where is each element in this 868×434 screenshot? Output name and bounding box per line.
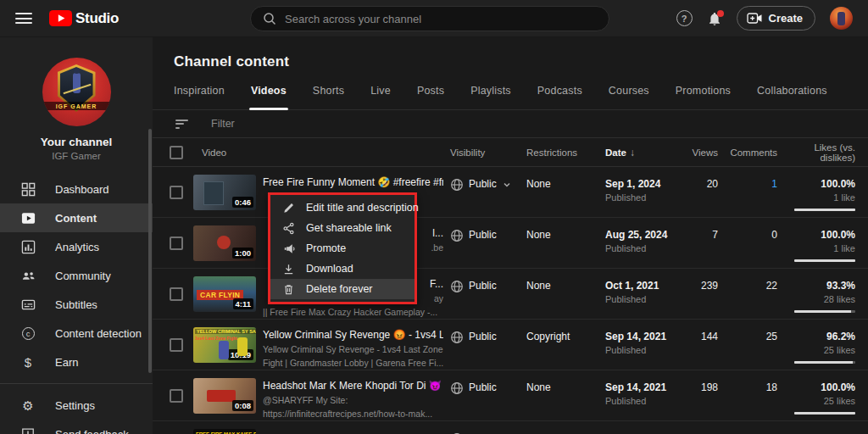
tab-inspiration[interactable]: Inspiration: [174, 85, 225, 109]
sidebar-item-content[interactable]: Content: [0, 203, 153, 232]
channel-avatar[interactable]: IGF GAMER: [42, 58, 111, 126]
tab-videos[interactable]: Videos: [251, 85, 287, 109]
header-comments[interactable]: Comments: [718, 147, 777, 158]
visibility-dropdown[interactable]: Public: [450, 370, 526, 420]
tab-playlists[interactable]: Playlists: [470, 85, 511, 109]
likes-cell: 96.2%25 likes: [777, 320, 855, 370]
video-title[interactable]: Free Fire Funny Moment 🤣 #freefire #fr..…: [263, 176, 443, 189]
comments-cell[interactable]: 1: [718, 167, 777, 217]
date-cell: Sep 14, 2021Published: [605, 320, 684, 370]
search-bar[interactable]: [250, 6, 609, 31]
sidebar-item-community[interactable]: Community: [0, 261, 153, 290]
video-thumbnail[interactable]: 1:00: [193, 225, 256, 261]
sidebar-nav: Dashboard Content Analytics Community Su…: [0, 175, 153, 434]
video-thumbnail[interactable]: 0:46: [193, 175, 256, 210]
copyright-icon: c: [20, 326, 36, 341]
tab-shorts[interactable]: Shorts: [313, 85, 344, 109]
notifications-bell-icon[interactable]: [707, 11, 722, 26]
thumbnail-text: YELLOW CRIMINAL SY SABJA: [195, 329, 256, 334]
sidebar: IGF GAMER Your channel IGF Gamer Dashboa…: [0, 37, 153, 434]
content-icon: [20, 210, 36, 225]
row-checkbox[interactable]: [170, 287, 183, 301]
row-checkbox[interactable]: [170, 389, 183, 403]
sidebar-item-earn[interactable]: $ Earn: [0, 348, 153, 376]
menu-item-delete-forever[interactable]: Delete forever: [270, 279, 415, 299]
sidebar-divider: [0, 383, 153, 384]
visibility-dropdown[interactable]: Public: [450, 320, 526, 370]
row-checkbox[interactable]: [170, 236, 183, 250]
date-cell: Sep 1, 2024Published: [605, 167, 684, 217]
globe-icon: [450, 381, 464, 395]
hamburger-menu-icon[interactable]: [15, 10, 32, 27]
video-thumbnail[interactable]: CAR FLYIN4:11: [193, 276, 256, 312]
menu-item-promote[interactable]: Promote: [270, 238, 415, 259]
tab-courses[interactable]: Courses: [609, 85, 649, 109]
views-cell: 144: [684, 320, 718, 370]
views-cell: 20: [684, 167, 718, 217]
likes-bar: [794, 412, 855, 415]
youtube-studio-logo[interactable]: Studio: [49, 10, 119, 27]
row-checkbox[interactable]: [170, 338, 183, 352]
video-title[interactable]: Headshot Mar K Mere Khopdi Tor Di 😈 - ..…: [263, 380, 443, 392]
sidebar-item-analytics[interactable]: Analytics: [0, 232, 153, 261]
video-thumbnail[interactable]: 0:08: [193, 378, 256, 414]
feedback-icon: [20, 426, 36, 434]
help-icon[interactable]: ?: [676, 10, 693, 26]
pencil-icon: [281, 201, 295, 214]
comments-cell[interactable]: 18: [718, 370, 777, 420]
sidebar-item-content-detection[interactable]: c Content detection: [0, 319, 153, 348]
menu-item-edit-title[interactable]: Edit title and description: [270, 198, 415, 218]
likes-cell: 100.0%25 likes: [777, 370, 855, 420]
likes-bar: [794, 310, 855, 313]
youtube-logo-icon: [49, 10, 72, 26]
header-likes[interactable]: Likes (vs. dislikes): [777, 142, 855, 163]
video-thumbnail[interactable]: YELLOW CRIMINAL SY SABJA1vs4 Last Zone F…: [193, 327, 256, 363]
account-avatar[interactable]: [830, 7, 853, 30]
visibility-dropdown[interactable]: Public: [450, 167, 526, 217]
date-cell: Sep 14, 2021Published: [605, 370, 684, 420]
sidebar-item-send-feedback[interactable]: Send feedback: [0, 420, 153, 434]
sidebar-item-label: Dashboard: [55, 183, 109, 196]
video-thumbnail[interactable]: FREE FIRE MAX KAISE DOWNLOAD KERE: [193, 429, 256, 434]
sidebar-item-subtitles[interactable]: Subtitles: [0, 290, 153, 319]
header-date[interactable]: Date↓: [605, 147, 684, 159]
tab-podcasts[interactable]: Podcasts: [537, 85, 582, 109]
comments-cell[interactable]: 0: [718, 218, 777, 268]
header-visibility[interactable]: Visibility: [450, 147, 526, 158]
create-button[interactable]: Create: [737, 6, 815, 31]
tab-live[interactable]: Live: [370, 85, 391, 109]
menu-item-download[interactable]: Download: [270, 259, 415, 279]
visibility-dropdown[interactable]: Public: [450, 269, 526, 319]
restrictions-cell: None: [526, 269, 605, 319]
comments-cell[interactable]: 25: [718, 320, 777, 370]
video-description: @SHARYFF My Site:: [263, 394, 443, 406]
globe-icon: [450, 280, 464, 293]
select-all-checkbox[interactable]: [170, 146, 183, 159]
sidebar-item-dashboard[interactable]: Dashboard: [0, 175, 153, 203]
tab-promotions[interactable]: Promotions: [676, 85, 731, 109]
header-restrictions[interactable]: Restrictions: [526, 147, 605, 158]
share-icon: [281, 221, 295, 235]
video-description: Yellow Criminal Sy Revenge - 1vs4 Last Z…: [263, 343, 443, 355]
video-title[interactable]: Yellow Criminal Sy Revenge 😡 - 1vs4 La..…: [263, 329, 443, 342]
duration-badge: 10:19: [228, 349, 253, 360]
filter-bar[interactable]: Filter: [153, 110, 868, 138]
tab-posts[interactable]: Posts: [417, 85, 444, 109]
restrictions-cell[interactable]: Copyright: [526, 320, 605, 370]
sort-desc-icon: ↓: [630, 147, 635, 159]
tab-collaborations[interactable]: Collaborations: [757, 85, 827, 109]
views-cell: 239: [684, 269, 718, 319]
table-row: FREE FIRE MAX KAISE DOWNLOAD KERE: [153, 421, 868, 434]
restrictions-cell: None: [526, 370, 605, 420]
search-input[interactable]: [285, 13, 597, 25]
chevron-down-icon: [502, 180, 512, 190]
sidebar-item-settings[interactable]: ⚙ Settings: [0, 391, 153, 420]
table-row: 0:46 Free Fire Funny Moment 🤣 #freefire …: [153, 167, 868, 218]
menu-item-get-shareable-link[interactable]: Get shareable link: [270, 218, 415, 238]
visibility-dropdown[interactable]: [450, 421, 526, 434]
visibility-dropdown[interactable]: Public: [450, 218, 526, 268]
header-views[interactable]: Views: [684, 147, 718, 158]
row-checkbox[interactable]: [170, 186, 183, 199]
comments-cell[interactable]: 22: [718, 269, 777, 319]
sidebar-scrollbar[interactable]: [148, 129, 152, 373]
